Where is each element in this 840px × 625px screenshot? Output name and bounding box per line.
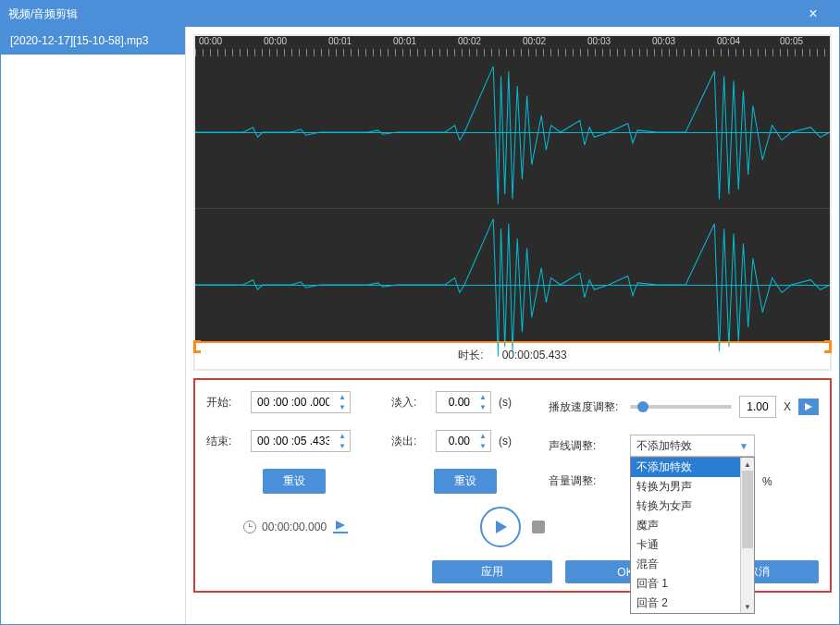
spin-up-icon[interactable]: ▲	[335, 431, 350, 441]
reset-fade-button[interactable]: 重设	[434, 469, 497, 494]
tick: 00:02	[458, 36, 481, 46]
voice-option[interactable]: 转换为女声	[631, 496, 740, 516]
volume-unit: %	[762, 475, 772, 488]
slider-thumb[interactable]	[637, 401, 649, 412]
titlebar: 视频/音频剪辑 ×	[1, 1, 839, 27]
tick: 00:03	[587, 36, 611, 46]
close-icon[interactable]: ×	[795, 6, 832, 22]
fadeout-label: 淡出:	[391, 434, 428, 449]
tick: 00:02	[523, 36, 546, 46]
end-label: 结束:	[206, 434, 243, 449]
voice-option[interactable]: 不添加特效	[631, 458, 740, 477]
speed-slider[interactable]	[630, 405, 732, 409]
spin-up-icon[interactable]: ▲	[335, 392, 350, 402]
apply-button[interactable]: 应用	[432, 560, 552, 583]
play-button[interactable]	[480, 507, 521, 547]
waveform-channel-right	[195, 209, 830, 361]
tick: 00:01	[328, 36, 352, 46]
unit-seconds: (s)	[499, 396, 512, 409]
tick: 00:01	[393, 36, 416, 46]
voice-dropdown-list: 不添加特效 转换为男声 转换为女声 魔声 卡通 混音 回音 1 回音 2	[630, 457, 755, 614]
voice-option[interactable]: 回音 2	[631, 594, 740, 613]
tick: 00:03	[652, 36, 675, 46]
waveform-display[interactable]	[195, 56, 830, 341]
voice-option[interactable]: 卡通	[631, 535, 740, 555]
dropdown-scrollbar[interactable]: ▲ ▼	[740, 458, 754, 613]
unit-seconds: (s)	[499, 435, 512, 447]
fadein-label: 淡入:	[391, 395, 428, 411]
start-time-field[interactable]	[252, 396, 335, 409]
voice-label: 声线调整:	[549, 438, 623, 454]
start-time-input[interactable]: ▲▼	[251, 391, 351, 413]
voice-selected: 不添加特效	[636, 438, 692, 454]
range-start-handle[interactable]	[193, 340, 201, 353]
fadeout-input[interactable]: ▲▼	[436, 430, 491, 452]
voice-option[interactable]: 混音	[631, 555, 740, 574]
spin-down-icon[interactable]: ▼	[335, 441, 350, 451]
file-sidebar: [2020-12-17][15-10-58].mp3	[1, 27, 186, 624]
spin-down-icon[interactable]: ▼	[476, 402, 490, 412]
stop-button[interactable]	[532, 521, 545, 533]
fadein-field[interactable]	[437, 396, 476, 409]
reset-time-button[interactable]: 重设	[263, 469, 326, 494]
timeline-ruler[interactable]: 00:00 00:00 00:01 00:01 00:02 00:02 00:0…	[195, 36, 830, 56]
start-label: 开始:	[206, 395, 243, 411]
spin-up-icon[interactable]: ▲	[476, 431, 490, 441]
spin-up-icon[interactable]: ▲	[476, 392, 490, 402]
voice-option[interactable]: 魔声	[631, 516, 740, 535]
waveform-channel-left	[195, 56, 830, 209]
tick: 00:05	[780, 36, 803, 46]
duration-value: 00:00:05.433	[502, 349, 567, 362]
scroll-up-icon[interactable]: ▲	[744, 458, 751, 471]
controls-panel: 开始: ▲▼ 结束: ▲▼	[193, 378, 832, 593]
clock-icon	[243, 521, 256, 533]
end-time-field[interactable]	[252, 435, 335, 447]
voice-dropdown[interactable]: 不添加特效 ▼ 不添加特效 转换为男声 转换为女声 魔声	[630, 435, 755, 457]
end-time-input[interactable]: ▲▼	[251, 430, 351, 452]
preview-speed-button[interactable]	[798, 398, 819, 415]
voice-option[interactable]: 转换为男声	[631, 477, 740, 496]
range-end-handle[interactable]	[824, 340, 832, 353]
speed-label: 播放速度调整:	[549, 399, 623, 415]
fadeout-field[interactable]	[437, 435, 476, 447]
speed-input[interactable]	[739, 396, 776, 418]
playback-time: 00:00:00.000	[262, 521, 327, 533]
waveform-panel: 00:00 00:00 00:01 00:01 00:02 00:02 00:0…	[193, 34, 832, 371]
tick: 00:00	[199, 36, 222, 46]
export-icon[interactable]	[332, 519, 349, 535]
scroll-thumb[interactable]	[742, 471, 753, 548]
tick: 00:00	[264, 36, 287, 46]
duration-row: 时长: 00:00:05.433	[195, 341, 830, 369]
fadein-input[interactable]: ▲▼	[436, 391, 491, 413]
window-title: 视频/音频剪辑	[8, 6, 78, 22]
tick: 00:04	[717, 36, 740, 46]
voice-option[interactable]: 回音 1	[631, 574, 740, 594]
duration-label: 时长:	[458, 348, 483, 363]
chevron-down-icon: ▼	[739, 441, 748, 451]
speed-unit: X	[784, 400, 791, 413]
spin-down-icon[interactable]: ▼	[476, 441, 490, 451]
spin-down-icon[interactable]: ▼	[335, 402, 350, 412]
speed-field[interactable]	[740, 400, 775, 413]
volume-label: 音量调整:	[549, 473, 623, 489]
scroll-down-icon[interactable]: ▼	[744, 600, 751, 613]
sidebar-item-file[interactable]: [2020-12-17][15-10-58].mp3	[1, 27, 185, 55]
